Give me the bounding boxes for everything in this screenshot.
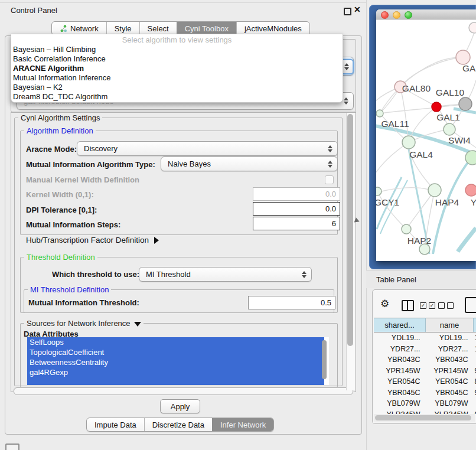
- table-row[interactable]: YPR145WYPR145W9.: [374, 366, 476, 377]
- network-node[interactable]: [376, 187, 382, 195]
- bottom-tab-impute-data[interactable]: Impute Data: [87, 418, 144, 431]
- network-node[interactable]: [456, 50, 470, 64]
- sources-legend[interactable]: Sources for Network Inference: [24, 319, 144, 328]
- algorithm-option[interactable]: Dream8 DC_TDC Algorithm: [11, 92, 343, 102]
- attribute-item[interactable]: [27, 377, 324, 385]
- network-node[interactable]: [469, 22, 476, 33]
- mi-threshold-label: Mutual Information Threshold:: [28, 298, 139, 307]
- column-header[interactable]: A: [474, 318, 476, 332]
- network-node[interactable]: [432, 102, 441, 112]
- network-edge[interactable]: [458, 228, 476, 252]
- network-edge[interactable]: [400, 87, 409, 142]
- table-row[interactable]: YBR045CYBR045C9.: [374, 387, 476, 399]
- spinner-down-icon: [344, 67, 349, 70]
- network-node[interactable]: [459, 97, 472, 110]
- network-edge[interactable]: [400, 57, 463, 87]
- tab-network[interactable]: Network: [52, 22, 106, 35]
- table-cell: YBR045C: [374, 387, 426, 399]
- attribute-item[interactable]: TopologicalCoefficient: [27, 347, 324, 357]
- tab-jactivemnodules[interactable]: jActiveMNodules: [236, 22, 309, 35]
- bottom-tab-infer-network[interactable]: Infer Network: [212, 418, 273, 431]
- aracne-mode-value: Discovery: [77, 144, 325, 153]
- which-threshold-combo[interactable]: MI Threshold: [139, 267, 312, 282]
- mi-threshold-field[interactable]: 0.5: [248, 296, 335, 309]
- network-node[interactable]: [419, 244, 430, 255]
- algorithm-option[interactable]: Bayesian – K2: [11, 83, 343, 92]
- select-all-icon[interactable]: ✓✓: [420, 302, 435, 309]
- table-cell: YPR145W: [426, 366, 474, 377]
- hub-section-label: Hub/Transcription Factor Definition: [26, 236, 149, 244]
- list-scrollbar[interactable]: [322, 340, 327, 379]
- tab-style[interactable]: Style: [106, 22, 139, 35]
- close-window-button[interactable]: [381, 11, 389, 19]
- dpi-tolerance-field[interactable]: 0.0: [253, 202, 340, 216]
- network-window-titlebar[interactable]: [376, 9, 476, 19]
- threshold-definition-legend: Threshold Definition: [24, 253, 97, 262]
- zoom-window-button[interactable]: [405, 11, 412, 19]
- aracne-mode-label: Aracne Mode:: [26, 145, 77, 154]
- mi-type-combo[interactable]: Naive Bayes: [161, 156, 338, 171]
- table-panel-title: Table Panel: [376, 275, 416, 284]
- table-row[interactable]: YDL19...YDL19...13: [374, 332, 476, 344]
- column-header[interactable]: shared...: [374, 318, 426, 332]
- table-row[interactable]: YDR27...YDR27...12: [374, 344, 476, 355]
- attribute-item[interactable]: SelfLoops: [27, 337, 324, 347]
- table-hscroll-thumb[interactable]: [375, 415, 471, 420]
- hub-section-toggle[interactable]: Hub/Transcription Factor Definition: [26, 236, 159, 244]
- table-row[interactable]: YBR043CYBR043C: [374, 354, 476, 366]
- network-node[interactable]: [376, 110, 383, 117]
- bottom-corner-icon[interactable]: [5, 444, 19, 450]
- dropdown-items: Bayesian – Hill ClimbingBasic Correlatio…: [11, 45, 343, 102]
- bottom-tab-discretize-data[interactable]: Discretize Data: [144, 418, 212, 431]
- network-node[interactable]: [402, 224, 411, 234]
- algorithm-option[interactable]: Basic Correlation Inference: [11, 54, 343, 64]
- spinner-icon: [325, 145, 335, 152]
- table-cell: YER054C: [426, 376, 474, 387]
- table-row[interactable]: YER054CYER054C8.: [374, 376, 476, 387]
- spinner-icon: [325, 161, 335, 168]
- tab-cyni-toolbox[interactable]: Cyni Toolbox: [177, 22, 236, 35]
- network-node[interactable]: [402, 136, 415, 149]
- table-cell: 12: [474, 344, 476, 355]
- kernel-width-field[interactable]: 0.0: [253, 187, 340, 201]
- function-icon[interactable]: [465, 297, 476, 313]
- table-cell: YLR345W: [426, 409, 474, 415]
- algorithm-option[interactable]: Mutual Information Inference: [11, 73, 343, 83]
- manual-kernel-checkbox[interactable]: [325, 175, 334, 184]
- network-node[interactable]: [465, 184, 476, 196]
- network-edge[interactable]: [376, 142, 409, 178]
- network-edge[interactable]: [382, 188, 429, 191]
- float-window-icon[interactable]: [344, 8, 351, 15]
- mi-steps-field[interactable]: 6: [253, 217, 340, 230]
- algorithm-option[interactable]: ARACNE Algorithm: [11, 64, 343, 73]
- settings-hscroll-thumb[interactable]: [14, 387, 353, 395]
- algorithm-option[interactable]: Bayesian – Hill Climbing: [11, 45, 343, 54]
- which-threshold-label: Which threshold to use:: [52, 270, 139, 279]
- deselect-all-icon[interactable]: [438, 302, 454, 309]
- mi-type-label: Mutual Information Algorithm Type:: [26, 160, 155, 169]
- network-node[interactable]: [428, 184, 441, 197]
- network-window[interactable]: GALGAL80GAL10GAL1GAL11GAL4HAP4YGCY1HAP2S…: [376, 9, 476, 261]
- close-icon[interactable]: ✕: [354, 5, 361, 14]
- minimize-window-button[interactable]: [393, 11, 400, 19]
- table-cell: YBR043C: [374, 354, 426, 366]
- column-header[interactable]: name: [426, 318, 474, 332]
- table-row[interactable]: YBL079WYBL079W: [374, 398, 476, 409]
- table-cell: YBR043C: [426, 354, 474, 366]
- attribute-item[interactable]: BetweennessCentrality: [27, 357, 324, 367]
- settings-vscroll-thumb[interactable]: [347, 114, 353, 346]
- network-node[interactable]: [465, 151, 476, 165]
- tab-select[interactable]: Select: [139, 22, 177, 35]
- screen: Control Panel ✕ NetworkStyleSelectCyni T…: [0, 0, 476, 450]
- mi-type-value: Naive Bayes: [161, 159, 325, 168]
- aracne-mode-combo[interactable]: Discovery: [77, 141, 338, 156]
- table-cell: 9.: [474, 366, 476, 377]
- gear-icon[interactable]: ⚙: [380, 299, 389, 309]
- apply-button[interactable]: Apply: [160, 399, 200, 413]
- network-canvas[interactable]: GALGAL80GAL10GAL1GAL11GAL4HAP4YGCY1HAP2S…: [376, 19, 476, 261]
- attribute-item[interactable]: gal4RGexp: [27, 367, 324, 377]
- top-divider: [0, 2, 366, 3]
- network-node[interactable]: [444, 123, 455, 135]
- table-row[interactable]: YLR345WYLR345W9.: [374, 409, 476, 415]
- column-chooser-icon[interactable]: [402, 300, 414, 311]
